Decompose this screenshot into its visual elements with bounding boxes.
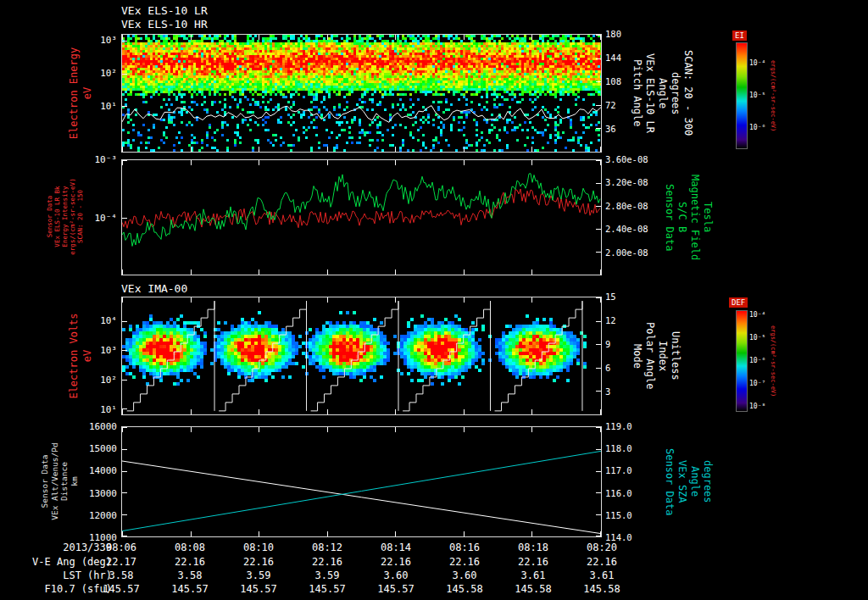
footer-veang-6: 22.16 — [504, 556, 562, 568]
footer-f107-1: 145.57 — [161, 583, 219, 595]
panel3-spectrogram-canvas — [122, 297, 601, 414]
panel4-ytick-right-2: 117.0 — [605, 465, 659, 475]
footer-time-7: 08:20 — [573, 542, 631, 553]
panel4-altitude-sza-plot — [121, 426, 602, 537]
panel2-bfield-intensity-plot — [121, 159, 602, 275]
footer-time-6: 08:18 — [504, 542, 562, 553]
panel4-ytick-right-4: 115.0 — [605, 510, 659, 520]
footer-time-3: 08:12 — [298, 542, 356, 553]
panel2-ytick-right-3: 2.40e-08 — [605, 224, 659, 234]
panel4-ytick-right-0: 119.0 — [605, 421, 659, 431]
colorbar2-gradient — [736, 310, 748, 412]
panel3-ytick-right-4: 3 — [605, 386, 659, 397]
footer-lst-5: 3.60 — [436, 569, 493, 581]
colorbar2-tick-4: 10⁻⁸ — [749, 403, 770, 410]
panel2-y-axis-label: Sensor Data VEx ELS-10 LR Bk Energy Inte… — [46, 158, 84, 275]
colorbar1-gradient — [736, 42, 748, 149]
panel4-ytick-right-3: 116.0 — [605, 488, 659, 498]
panel3-ytick-left-3: 10¹ — [85, 404, 117, 415]
footer-time-1: 08:08 — [161, 542, 219, 553]
footer-f107-7: 145.58 — [573, 583, 631, 595]
panel1-ytick-right-3: 72 — [605, 100, 659, 110]
colorbar2-tick-1: 10⁻⁵ — [749, 334, 770, 342]
panel1-ytick-right-2: 108 — [605, 76, 659, 86]
panel3-ytick-right-2: 9 — [605, 339, 659, 349]
footer-veang-3: 22.16 — [298, 556, 356, 568]
panel3-ima-spectrogram — [121, 297, 602, 415]
panel1-right-axis-label: Pitch Angle VEx ELS-10 LR Angle degrees … — [631, 34, 694, 153]
panel4-right-axis-label: Sensor Data VEx SZA Angle degrees — [663, 426, 714, 537]
footer-time-4: 08:14 — [367, 542, 425, 553]
panel1-ytick-left-2: 10¹ — [85, 101, 117, 112]
panel3-ytick-right-3: 6 — [605, 363, 659, 373]
panel1-ytick-left-1: 10² — [85, 68, 117, 79]
panel1-ytick-right-4: 36 — [605, 124, 659, 134]
panel3-ytick-left-1: 10³ — [85, 345, 117, 356]
footer-veang-2: 22.16 — [230, 556, 287, 568]
footer-veang-4: 22.16 — [367, 556, 425, 568]
panel2-ytick-right-1: 3.20e-08 — [605, 177, 659, 187]
footer-f107-6: 145.58 — [504, 583, 562, 595]
footer-lst-2: 3.59 — [230, 569, 287, 581]
panel1-ytick-right-1: 144 — [605, 53, 659, 63]
footer-lst-1: 3.58 — [161, 569, 219, 581]
panel4-ytick-left-0: 16000 — [85, 421, 117, 432]
panel3-ytick-right-0: 15 — [605, 292, 659, 302]
panel1-spectrogram-canvas — [122, 35, 601, 152]
footer-veang-0: 22.17 — [92, 556, 150, 568]
panel3-ytick-left-0: 10⁴ — [85, 315, 117, 326]
footer-veang-7: 22.16 — [573, 556, 631, 568]
panel4-ytick-left-3: 13000 — [85, 488, 117, 499]
panel4-ytick-left-4: 12000 — [85, 510, 117, 521]
panel3-right-axis-label: Mode Polar Angle Index Unitless — [631, 297, 682, 415]
colorbar2-title: DEF — [729, 297, 748, 308]
colorbar2-tick-3: 10⁻⁷ — [749, 380, 770, 387]
colorbar2-tick-0: 10⁻⁴ — [749, 311, 770, 319]
colorbar1-tick-0: 10⁻⁴ — [749, 59, 770, 67]
colorbar2-units: ergs/(cm²-sr-sec-eV) — [770, 310, 776, 412]
panel3-title: VEx IMA-00 — [121, 282, 187, 295]
panel1-ytick-left-0: 10³ — [85, 35, 117, 46]
footer-time-0: 08:06 — [92, 542, 150, 553]
panel2-line-canvas — [122, 160, 601, 275]
footer-veang-1: 22.16 — [161, 556, 219, 568]
panel2-ytick-right-2: 2.80e-08 — [605, 201, 659, 211]
footer-lst-7: 3.61 — [573, 569, 631, 581]
panel4-ytick-right-1: 118.0 — [605, 443, 659, 453]
panel2-ytick-left-1: 10⁻⁴ — [85, 213, 117, 224]
footer-lst-6: 3.61 — [504, 569, 562, 581]
panel1-els-spectrogram — [121, 34, 602, 153]
panel4-ytick-left-1: 15000 — [85, 443, 117, 454]
panel4-y-axis-label: Sensor Data VEx Alt/Venus/Pd Distance km — [40, 426, 79, 537]
footer-f107-0: 145.57 — [92, 583, 150, 595]
footer-time-5: 08:16 — [436, 542, 493, 553]
page-title-line2: VEx ELS-10 HR — [121, 18, 208, 31]
footer-time-2: 08:10 — [230, 542, 287, 553]
panel2-ytick-right-4: 2.00e-08 — [605, 247, 659, 258]
panel2-ytick-right-0: 3.60e-08 — [605, 154, 659, 164]
spacecraft-data-plot-viewer: VEx ELS-10 LR VEx ELS-10 HR Electron Ene… — [0, 0, 868, 600]
panel2-right-axis-label: Sensor Data S/C B Magnetic Field Tesla — [663, 159, 714, 275]
footer-lst-0: 3.58 — [92, 569, 150, 581]
panel3-ytick-right-1: 12 — [605, 315, 659, 325]
panel1-ytick-right-0: 180 — [605, 29, 659, 39]
colorbar1-title: EI — [732, 31, 747, 41]
footer-veang-5: 22.16 — [436, 556, 493, 568]
footer-f107-5: 145.58 — [436, 583, 493, 595]
panel4-line-canvas — [122, 427, 601, 536]
colorbar2-tick-2: 10⁻⁶ — [749, 357, 770, 364]
footer-lst-4: 3.60 — [367, 569, 425, 581]
page-title-line1: VEx ELS-10 LR — [121, 4, 208, 17]
panel2-ytick-left-0: 10⁻³ — [85, 154, 117, 165]
colorbar1-tick-1: 10⁻⁵ — [749, 92, 770, 99]
colorbar1-units: ergs/(cm²-sr-sec-eV) — [770, 42, 776, 149]
footer-f107-2: 145.57 — [230, 583, 287, 595]
panel3-ytick-left-2: 10² — [85, 375, 117, 386]
footer-f107-3: 145.57 — [298, 583, 356, 595]
panel1-y-axis-label: Electron Energy eV — [67, 34, 94, 153]
panel4-ytick-left-2: 14000 — [85, 465, 117, 476]
panel3-y-axis-label: Electron Volts eV — [67, 297, 94, 415]
footer-lst-3: 3.59 — [298, 569, 356, 581]
footer-f107-4: 145.57 — [367, 583, 425, 595]
colorbar1-tick-2: 10⁻⁶ — [749, 124, 770, 131]
